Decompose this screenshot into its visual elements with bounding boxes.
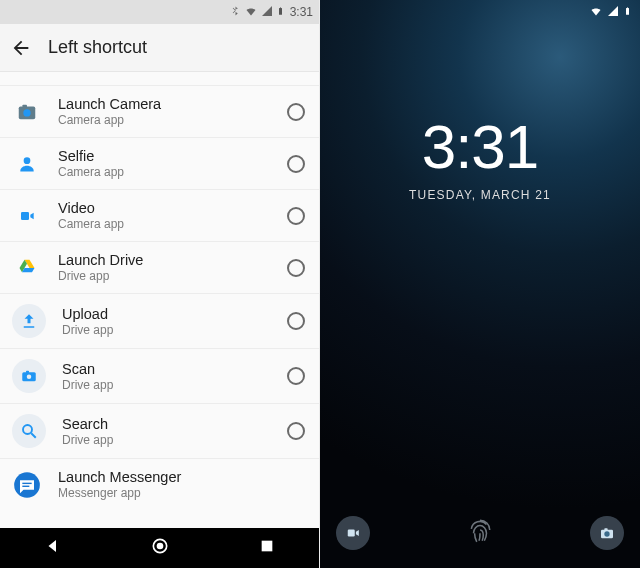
item-icon [12, 72, 42, 89]
svg-rect-19 [604, 528, 607, 530]
status-bar: 3:31 [0, 0, 319, 24]
item-labels: Video Camera app [58, 200, 271, 231]
person-icon [12, 149, 42, 179]
radio-button[interactable] [287, 259, 305, 277]
item-subtitle: Camera app [58, 165, 271, 179]
list-item[interactable]: Upload Drive app [0, 294, 319, 349]
back-button[interactable] [10, 37, 32, 59]
svg-point-6 [27, 375, 32, 380]
item-subtitle: Drive app [62, 378, 271, 392]
svg-rect-15 [261, 541, 272, 552]
settings-pane: 3:31 Left shortcut Launch Camera Camera … [0, 0, 320, 568]
status-time: 3:31 [290, 5, 313, 19]
videocam-icon [344, 526, 362, 540]
svg-rect-7 [26, 371, 29, 373]
item-labels: Scan Drive app [62, 361, 271, 392]
videocam-icon [12, 201, 42, 231]
fingerprint-icon[interactable] [467, 518, 493, 548]
svg-point-18 [604, 531, 609, 536]
app-bar: Left shortcut [0, 24, 319, 72]
lock-date: TUESDAY, MARCH 21 [320, 188, 640, 202]
wifi-icon [244, 5, 258, 20]
list-item[interactable]: Launch Camera Camera app [0, 86, 319, 138]
lock-screen[interactable]: 3:31 TUESDAY, MARCH 21 [320, 0, 640, 568]
list-item[interactable]: Scan Drive app [0, 349, 319, 404]
item-subtitle: Camera app [58, 217, 271, 231]
arrow-back-icon [10, 37, 32, 59]
svg-rect-4 [21, 212, 29, 220]
item-labels: Search Drive app [62, 416, 271, 447]
list-item[interactable]: Video Camera app [0, 190, 319, 242]
list-item[interactable]: Launch Messenger Messenger app [0, 459, 319, 510]
camera-icon [12, 97, 42, 127]
radio-button[interactable] [287, 155, 305, 173]
camera-icon [598, 525, 616, 541]
svg-rect-2 [22, 104, 27, 107]
radio-button[interactable] [287, 422, 305, 440]
svg-rect-16 [348, 530, 355, 537]
radio-button[interactable] [287, 207, 305, 225]
scan-icon [12, 359, 46, 393]
messenger-icon [12, 470, 42, 500]
drive-icon [12, 253, 42, 283]
item-title: Search [62, 416, 271, 432]
shortcut-list: Launch Camera Camera app Selfie Camera a… [0, 72, 319, 528]
search-icon [12, 414, 46, 448]
item-subtitle: Messenger app [58, 486, 271, 500]
radio-button[interactable] [287, 367, 305, 385]
item-title: Upload [62, 306, 271, 322]
item-labels: Selfie Camera app [58, 148, 271, 179]
right-shortcut-button[interactable] [590, 516, 624, 550]
item-labels: Upload Drive app [62, 306, 271, 337]
list-item[interactable]: Launch Drive Drive app [0, 242, 319, 294]
item-title: Selfie [58, 148, 271, 164]
list-item[interactable] [0, 72, 319, 86]
signal-icon [607, 5, 619, 20]
page-title: Left shortcut [48, 37, 147, 58]
item-subtitle: Drive app [62, 433, 271, 447]
svg-point-1 [23, 109, 30, 116]
status-bar [320, 0, 640, 24]
battery-icon [623, 4, 632, 21]
item-labels: Launch Drive Drive app [58, 252, 271, 283]
item-labels: Launch Camera Camera app [58, 96, 271, 127]
wifi-icon [589, 5, 603, 20]
battery-icon [276, 4, 285, 21]
svg-line-9 [31, 433, 36, 438]
lock-clock: 3:31 [320, 116, 640, 178]
item-title: Launch Messenger [58, 469, 271, 485]
svg-rect-11 [22, 482, 31, 483]
list-item[interactable]: Search Drive app [0, 404, 319, 459]
lock-bottom-row [320, 516, 640, 550]
radio-button[interactable] [287, 103, 305, 121]
svg-point-8 [23, 425, 32, 434]
bluetooth-icon [230, 4, 241, 21]
item-subtitle: Drive app [62, 323, 271, 337]
nav-bar [0, 528, 319, 568]
svg-rect-12 [22, 485, 29, 486]
left-shortcut-button[interactable] [336, 516, 370, 550]
list-item[interactable]: Selfie Camera app [0, 138, 319, 190]
nav-back-button[interactable] [44, 537, 62, 559]
item-title: Scan [62, 361, 271, 377]
svg-point-14 [157, 543, 164, 550]
signal-icon [261, 5, 273, 20]
svg-point-3 [24, 157, 31, 164]
nav-recents-button[interactable] [259, 538, 275, 558]
radio-button[interactable] [287, 312, 305, 330]
item-labels: Launch Messenger Messenger app [58, 469, 271, 500]
item-subtitle: Camera app [58, 113, 271, 127]
item-title: Launch Drive [58, 252, 271, 268]
item-title: Launch Camera [58, 96, 271, 112]
item-subtitle: Drive app [58, 269, 271, 283]
nav-home-button[interactable] [150, 536, 170, 560]
upload-icon [12, 304, 46, 338]
item-title: Video [58, 200, 271, 216]
